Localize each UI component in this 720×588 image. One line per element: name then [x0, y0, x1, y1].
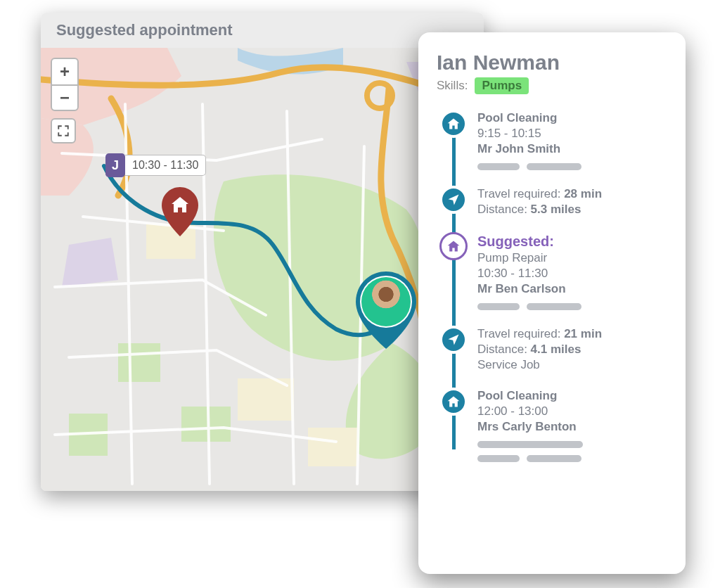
timeline-item-travel[interactable]: Travel required: 21 min Distance: 4.1 mi…	[439, 326, 667, 388]
timeline-item-travel[interactable]: Travel required: 28 min Distance: 5.3 mi…	[439, 186, 667, 232]
distance-label: Distance:	[477, 343, 527, 356]
placeholder-bar	[477, 455, 520, 462]
side-card: Ian Newman Skills: Pumps Pool Cleaning 9…	[418, 32, 686, 574]
worker-avatar	[361, 277, 411, 326]
distance-value: 5.3 miles	[531, 203, 581, 216]
timeline: Pool Cleaning 9:15 - 10:15 Mr John Smith…	[439, 110, 667, 462]
skills-row: Skills: Pumps	[437, 77, 667, 94]
svg-rect-6	[308, 428, 357, 466]
travel-label: Travel required:	[477, 187, 560, 200]
travel-label: Travel required:	[477, 327, 560, 340]
house-icon	[439, 232, 468, 260]
job-title: Pool Cleaning	[477, 111, 581, 125]
timeline-body: Suggested: Pump Repair 10:30 - 11:30 Mr …	[477, 232, 581, 310]
svg-rect-1	[118, 343, 160, 382]
placeholder-bar	[477, 441, 583, 448]
pin-icon	[162, 187, 198, 236]
placeholder-row	[477, 303, 581, 310]
zoom-in-button[interactable]: +	[52, 59, 77, 84]
placeholder-bar	[527, 455, 581, 462]
suggested-label: Suggested:	[477, 234, 581, 250]
timeline-item-suggested[interactable]: Suggested: Pump Repair 10:30 - 11:30 Mr …	[439, 232, 667, 326]
placeholder-bar	[477, 163, 520, 170]
job-time: 9:15 - 10:15	[477, 127, 581, 141]
timeline-body: Travel required: 21 min Distance: 4.1 mi…	[477, 326, 602, 372]
job-time: 12:00 - 13:00	[477, 404, 583, 418]
basemap	[41, 48, 484, 491]
travel-note: Service Job	[477, 358, 602, 372]
placeholder-row	[477, 441, 583, 448]
nav-icon	[439, 186, 468, 214]
skill-chip[interactable]: Pumps	[475, 77, 529, 94]
destination-pin[interactable]	[162, 187, 198, 236]
placeholder-bar	[477, 303, 520, 310]
map-controls: + −	[51, 58, 79, 143]
zoom-out-button[interactable]: −	[52, 84, 77, 110]
worker-pin[interactable]	[356, 271, 416, 349]
distance-row: Distance: 4.1 miles	[477, 343, 602, 357]
house-icon	[439, 110, 468, 138]
svg-rect-2	[181, 407, 231, 442]
fullscreen-icon	[57, 124, 70, 137]
placeholder-row	[477, 455, 583, 462]
placeholder-row	[477, 163, 581, 170]
timeline-body: Travel required: 28 min Distance: 5.3 mi…	[477, 186, 602, 217]
travel-duration: 21 min	[564, 327, 602, 340]
house-icon	[439, 388, 468, 416]
job-customer: Mr John Smith	[477, 142, 581, 156]
job-time: 10:30 - 11:30	[477, 267, 581, 281]
job-title: Pump Repair	[477, 251, 581, 265]
placeholder-bar	[527, 163, 581, 170]
distance-label: Distance:	[477, 203, 527, 216]
nav-icon	[439, 326, 468, 354]
skills-label: Skills:	[437, 79, 468, 93]
worker-name: Ian Newman	[437, 51, 667, 75]
timeline-item-job[interactable]: Pool Cleaning 12:00 - 13:00 Mrs Carly Be…	[439, 388, 667, 462]
map-area[interactable]: + − J 10:30 - 11:30	[41, 48, 484, 491]
job-customer: Mrs Carly Benton	[477, 420, 583, 434]
fullscreen-button[interactable]	[51, 118, 76, 143]
placeholder-bar	[527, 303, 581, 310]
travel-required-row: Travel required: 28 min	[477, 187, 602, 201]
timeline-body: Pool Cleaning 9:15 - 10:15 Mr John Smith	[477, 110, 581, 170]
job-title: Pool Cleaning	[477, 389, 583, 403]
zoom-group: + −	[51, 58, 79, 111]
distance-value: 4.1 miles	[531, 343, 581, 356]
badge-letter: J	[105, 153, 125, 177]
travel-duration: 28 min	[564, 187, 602, 200]
travel-required-row: Travel required: 21 min	[477, 327, 602, 341]
badge-time: 10:30 - 11:30	[125, 155, 206, 176]
timeline-body: Pool Cleaning 12:00 - 13:00 Mrs Carly Be…	[477, 388, 583, 462]
route-start-badge[interactable]: J 10:30 - 11:30	[105, 153, 206, 177]
distance-row: Distance: 5.3 miles	[477, 203, 602, 217]
job-customer: Mr Ben Carlson	[477, 282, 581, 296]
timeline-item-job[interactable]: Pool Cleaning 9:15 - 10:15 Mr John Smith	[439, 110, 667, 186]
map-title: Suggested appointment	[56, 21, 233, 39]
map-card: Suggested appointment	[41, 13, 484, 491]
map-title-bar: Suggested appointment	[41, 13, 484, 48]
